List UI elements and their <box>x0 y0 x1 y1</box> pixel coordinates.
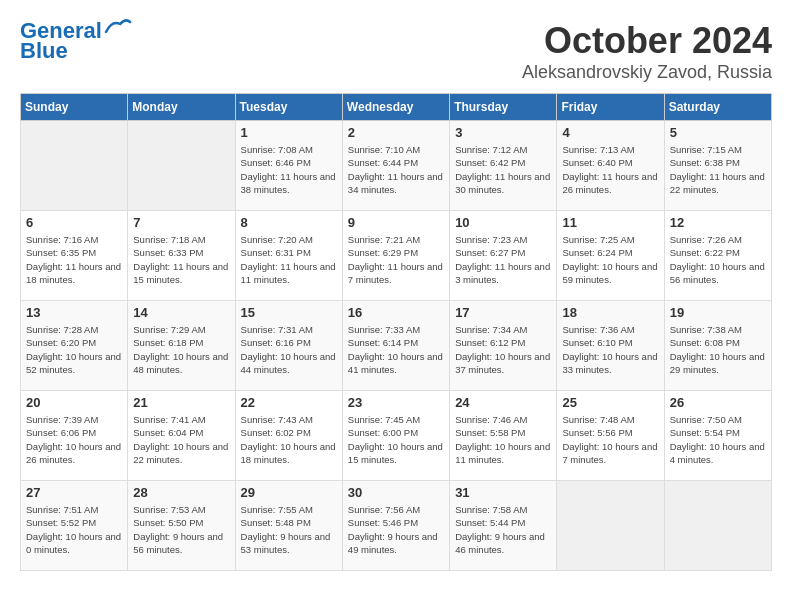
calendar-cell <box>557 481 664 571</box>
day-info: Sunrise: 7:13 AM Sunset: 6:40 PM Dayligh… <box>562 143 658 196</box>
calendar-cell: 4Sunrise: 7:13 AM Sunset: 6:40 PM Daylig… <box>557 121 664 211</box>
day-number: 2 <box>348 125 444 140</box>
calendar-cell: 27Sunrise: 7:51 AM Sunset: 5:52 PM Dayli… <box>21 481 128 571</box>
calendar-table: SundayMondayTuesdayWednesdayThursdayFrid… <box>20 93 772 571</box>
calendar-cell: 14Sunrise: 7:29 AM Sunset: 6:18 PM Dayli… <box>128 301 235 391</box>
calendar-cell <box>21 121 128 211</box>
calendar-cell: 12Sunrise: 7:26 AM Sunset: 6:22 PM Dayli… <box>664 211 771 301</box>
day-number: 23 <box>348 395 444 410</box>
day-info: Sunrise: 7:43 AM Sunset: 6:02 PM Dayligh… <box>241 413 337 466</box>
day-number: 10 <box>455 215 551 230</box>
day-info: Sunrise: 7:45 AM Sunset: 6:00 PM Dayligh… <box>348 413 444 466</box>
calendar-cell: 15Sunrise: 7:31 AM Sunset: 6:16 PM Dayli… <box>235 301 342 391</box>
day-number: 22 <box>241 395 337 410</box>
day-info: Sunrise: 7:08 AM Sunset: 6:46 PM Dayligh… <box>241 143 337 196</box>
calendar-cell: 7Sunrise: 7:18 AM Sunset: 6:33 PM Daylig… <box>128 211 235 301</box>
calendar-week-5: 27Sunrise: 7:51 AM Sunset: 5:52 PM Dayli… <box>21 481 772 571</box>
day-number: 7 <box>133 215 229 230</box>
weekday-header-tuesday: Tuesday <box>235 94 342 121</box>
calendar-week-2: 6Sunrise: 7:16 AM Sunset: 6:35 PM Daylig… <box>21 211 772 301</box>
day-number: 17 <box>455 305 551 320</box>
calendar-cell <box>664 481 771 571</box>
day-info: Sunrise: 7:18 AM Sunset: 6:33 PM Dayligh… <box>133 233 229 286</box>
day-number: 3 <box>455 125 551 140</box>
calendar-cell: 18Sunrise: 7:36 AM Sunset: 6:10 PM Dayli… <box>557 301 664 391</box>
day-number: 25 <box>562 395 658 410</box>
day-info: Sunrise: 7:20 AM Sunset: 6:31 PM Dayligh… <box>241 233 337 286</box>
calendar-cell <box>128 121 235 211</box>
calendar-cell: 3Sunrise: 7:12 AM Sunset: 6:42 PM Daylig… <box>450 121 557 211</box>
day-info: Sunrise: 7:15 AM Sunset: 6:38 PM Dayligh… <box>670 143 766 196</box>
day-number: 16 <box>348 305 444 320</box>
day-info: Sunrise: 7:29 AM Sunset: 6:18 PM Dayligh… <box>133 323 229 376</box>
month-title: October 2024 <box>522 20 772 62</box>
logo: General Blue <box>20 20 132 62</box>
calendar-cell: 29Sunrise: 7:55 AM Sunset: 5:48 PM Dayli… <box>235 481 342 571</box>
calendar-cell: 5Sunrise: 7:15 AM Sunset: 6:38 PM Daylig… <box>664 121 771 211</box>
calendar-cell: 20Sunrise: 7:39 AM Sunset: 6:06 PM Dayli… <box>21 391 128 481</box>
calendar-week-1: 1Sunrise: 7:08 AM Sunset: 6:46 PM Daylig… <box>21 121 772 211</box>
logo-subtext: Blue <box>20 40 68 62</box>
calendar-cell: 8Sunrise: 7:20 AM Sunset: 6:31 PM Daylig… <box>235 211 342 301</box>
day-number: 18 <box>562 305 658 320</box>
day-number: 11 <box>562 215 658 230</box>
day-number: 24 <box>455 395 551 410</box>
calendar-cell: 2Sunrise: 7:10 AM Sunset: 6:44 PM Daylig… <box>342 121 449 211</box>
day-number: 28 <box>133 485 229 500</box>
day-info: Sunrise: 7:28 AM Sunset: 6:20 PM Dayligh… <box>26 323 122 376</box>
day-info: Sunrise: 7:56 AM Sunset: 5:46 PM Dayligh… <box>348 503 444 556</box>
weekday-header-sunday: Sunday <box>21 94 128 121</box>
day-number: 30 <box>348 485 444 500</box>
calendar-week-4: 20Sunrise: 7:39 AM Sunset: 6:06 PM Dayli… <box>21 391 772 481</box>
calendar-cell: 16Sunrise: 7:33 AM Sunset: 6:14 PM Dayli… <box>342 301 449 391</box>
day-number: 15 <box>241 305 337 320</box>
day-info: Sunrise: 7:38 AM Sunset: 6:08 PM Dayligh… <box>670 323 766 376</box>
weekday-header-wednesday: Wednesday <box>342 94 449 121</box>
day-number: 9 <box>348 215 444 230</box>
day-info: Sunrise: 7:23 AM Sunset: 6:27 PM Dayligh… <box>455 233 551 286</box>
day-number: 12 <box>670 215 766 230</box>
weekday-header-row: SundayMondayTuesdayWednesdayThursdayFrid… <box>21 94 772 121</box>
calendar-cell: 23Sunrise: 7:45 AM Sunset: 6:00 PM Dayli… <box>342 391 449 481</box>
day-info: Sunrise: 7:16 AM Sunset: 6:35 PM Dayligh… <box>26 233 122 286</box>
weekday-header-monday: Monday <box>128 94 235 121</box>
calendar-cell: 25Sunrise: 7:48 AM Sunset: 5:56 PM Dayli… <box>557 391 664 481</box>
weekday-header-saturday: Saturday <box>664 94 771 121</box>
day-info: Sunrise: 7:53 AM Sunset: 5:50 PM Dayligh… <box>133 503 229 556</box>
day-number: 21 <box>133 395 229 410</box>
weekday-header-friday: Friday <box>557 94 664 121</box>
calendar-cell: 19Sunrise: 7:38 AM Sunset: 6:08 PM Dayli… <box>664 301 771 391</box>
day-number: 19 <box>670 305 766 320</box>
day-number: 4 <box>562 125 658 140</box>
day-info: Sunrise: 7:26 AM Sunset: 6:22 PM Dayligh… <box>670 233 766 286</box>
day-info: Sunrise: 7:51 AM Sunset: 5:52 PM Dayligh… <box>26 503 122 556</box>
day-info: Sunrise: 7:46 AM Sunset: 5:58 PM Dayligh… <box>455 413 551 466</box>
calendar-cell: 1Sunrise: 7:08 AM Sunset: 6:46 PM Daylig… <box>235 121 342 211</box>
day-info: Sunrise: 7:55 AM Sunset: 5:48 PM Dayligh… <box>241 503 337 556</box>
day-number: 20 <box>26 395 122 410</box>
day-info: Sunrise: 7:39 AM Sunset: 6:06 PM Dayligh… <box>26 413 122 466</box>
day-info: Sunrise: 7:21 AM Sunset: 6:29 PM Dayligh… <box>348 233 444 286</box>
day-info: Sunrise: 7:33 AM Sunset: 6:14 PM Dayligh… <box>348 323 444 376</box>
calendar-cell: 21Sunrise: 7:41 AM Sunset: 6:04 PM Dayli… <box>128 391 235 481</box>
day-number: 8 <box>241 215 337 230</box>
calendar-cell: 28Sunrise: 7:53 AM Sunset: 5:50 PM Dayli… <box>128 481 235 571</box>
day-info: Sunrise: 7:25 AM Sunset: 6:24 PM Dayligh… <box>562 233 658 286</box>
calendar-cell: 6Sunrise: 7:16 AM Sunset: 6:35 PM Daylig… <box>21 211 128 301</box>
page-header: General Blue October 2024 Aleksandrovski… <box>20 20 772 83</box>
calendar-cell: 13Sunrise: 7:28 AM Sunset: 6:20 PM Dayli… <box>21 301 128 391</box>
calendar-cell: 11Sunrise: 7:25 AM Sunset: 6:24 PM Dayli… <box>557 211 664 301</box>
title-block: October 2024 Aleksandrovskiy Zavod, Russ… <box>522 20 772 83</box>
calendar-week-3: 13Sunrise: 7:28 AM Sunset: 6:20 PM Dayli… <box>21 301 772 391</box>
day-number: 27 <box>26 485 122 500</box>
day-number: 31 <box>455 485 551 500</box>
calendar-cell: 9Sunrise: 7:21 AM Sunset: 6:29 PM Daylig… <box>342 211 449 301</box>
logo-bird-icon <box>104 18 132 36</box>
day-number: 14 <box>133 305 229 320</box>
calendar-cell: 31Sunrise: 7:58 AM Sunset: 5:44 PM Dayli… <box>450 481 557 571</box>
day-number: 6 <box>26 215 122 230</box>
day-info: Sunrise: 7:36 AM Sunset: 6:10 PM Dayligh… <box>562 323 658 376</box>
location-title: Aleksandrovskiy Zavod, Russia <box>522 62 772 83</box>
calendar-cell: 22Sunrise: 7:43 AM Sunset: 6:02 PM Dayli… <box>235 391 342 481</box>
weekday-header-thursday: Thursday <box>450 94 557 121</box>
